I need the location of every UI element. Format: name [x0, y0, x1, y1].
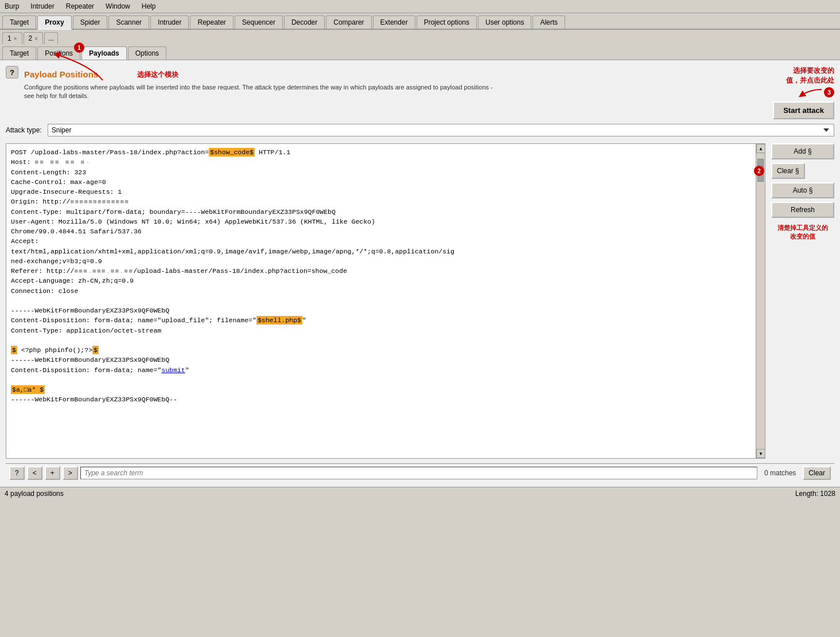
inner-tab-bar: Target Positions 1 Payloads Options [0, 44, 840, 60]
menu-help[interactable]: Help [139, 1, 158, 11]
vertical-scrollbar[interactable]: ▲ ▼ [756, 144, 765, 458]
top-tab-bar: Target Proxy Spider Scanner Intruder Rep… [0, 13, 840, 30]
payload-count: 4 payload positions [5, 490, 64, 498]
refresh-button[interactable]: Refresh [771, 202, 834, 218]
close-session-2-icon[interactable]: × [34, 36, 38, 42]
description-text: Configure the positions where payloads w… [24, 83, 518, 101]
attack-type-select[interactable]: Sniper Battering ram Pitchfork Cluster b… [48, 124, 834, 136]
start-attack-area: 选择要改变的 值，并点击此处 3 [767, 66, 834, 119]
request-text[interactable]: POST /upload-labs-master/Pass-18/index.p… [6, 144, 756, 458]
session-tab-more[interactable]: ... [44, 32, 58, 44]
inner-tab-positions[interactable]: Positions 1 [37, 46, 80, 60]
tab-comparer[interactable]: Comparer [326, 15, 371, 29]
search-input[interactable] [80, 467, 757, 479]
main-content: ? Payload Positions [0, 60, 840, 487]
badge-1: 1 [74, 42, 84, 53]
length-info: Length: 1028 [795, 490, 835, 498]
annotation-2-text: 清楚掉工具定义的 改变的值 [771, 224, 834, 241]
annotation-1-text: 选择这个模块 [137, 70, 178, 80]
add-match-button[interactable]: + [45, 466, 60, 480]
tab-repeater[interactable]: Repeater [190, 15, 233, 29]
badge-2: 2 [754, 166, 764, 176]
session-tab-2[interactable]: 2 × [24, 32, 44, 44]
tab-intruder[interactable]: Intruder [150, 15, 189, 29]
payload-panel: ? Payload Positions [0, 60, 840, 487]
attack-type-label: Attack type: [6, 126, 42, 134]
scroll-up-arrow[interactable]: ▲ [756, 144, 765, 153]
add-section-button[interactable]: Add § [771, 143, 834, 159]
clear-search-button[interactable]: Clear [803, 466, 831, 480]
menu-bar: Burp Intruder Repeater Window Help [0, 0, 840, 13]
session-tab-bar: 1 × 2 × ... [0, 30, 840, 44]
attack-type-row: Attack type: Sniper Battering ram Pitchf… [6, 124, 834, 139]
annotation-3-text: 选择要改变的 值，并点击此处 3 [786, 66, 834, 98]
annotation-1-container: 选择这个模块 [103, 66, 178, 83]
tab-alerts[interactable]: Alerts [532, 15, 565, 29]
match-count: 0 matches [760, 469, 800, 477]
scroll-down-arrow[interactable]: ▼ [756, 449, 765, 458]
panel-header: ? Payload Positions [6, 66, 834, 119]
menu-intruder[interactable]: Intruder [28, 1, 56, 11]
tab-user-options[interactable]: User options [478, 15, 531, 29]
next-match-button[interactable]: > [63, 466, 78, 480]
arrow-3-icon [799, 87, 822, 98]
prev-match-button[interactable]: < [27, 466, 42, 480]
auto-section-button[interactable]: Auto § [771, 182, 834, 198]
panel-left: ? Payload Positions [6, 66, 767, 101]
payload-positions-title: Payload Positions [24, 69, 98, 79]
start-attack-button[interactable]: Start attack [773, 101, 834, 119]
help-icon[interactable]: ? [6, 66, 18, 79]
bottom-search-bar: ? < + > 0 matches Clear [6, 463, 834, 482]
menu-repeater[interactable]: Repeater [64, 1, 96, 11]
tab-spider[interactable]: Spider [73, 15, 108, 29]
tab-target[interactable]: Target [2, 15, 36, 29]
clear-section-button[interactable]: Clear § [771, 163, 805, 179]
tab-proxy[interactable]: Proxy [37, 15, 71, 30]
scroll-track [756, 153, 765, 449]
inner-tab-payloads[interactable]: Payloads [81, 46, 127, 60]
badge-3: 3 [824, 87, 834, 97]
session-tab-1[interactable]: 1 × [2, 32, 22, 44]
tab-scanner[interactable]: Scanner [108, 15, 149, 29]
tab-project-options[interactable]: Project options [417, 15, 477, 29]
panel-title-area: Payload Positions 选择 [24, 66, 767, 101]
help-button[interactable]: ? [9, 466, 25, 480]
arrow-1-icon [103, 66, 137, 83]
clear-section-area: 2 Clear § [771, 163, 834, 179]
menu-burp[interactable]: Burp [2, 1, 21, 11]
request-editor: POST /upload-labs-master/Pass-18/index.p… [6, 143, 765, 459]
close-session-1-icon[interactable]: × [14, 36, 17, 42]
status-bar: 4 payload positions Length: 1028 [0, 487, 840, 500]
right-buttons-panel: Add § 2 Clear § Auto § Refresh 清楚掉工具定义的 … [765, 143, 834, 459]
tab-sequencer[interactable]: Sequencer [235, 15, 283, 29]
tab-decoder[interactable]: Decoder [284, 15, 325, 29]
inner-tab-target[interactable]: Target [2, 46, 36, 60]
content-area: POST /upload-labs-master/Pass-18/index.p… [6, 143, 834, 459]
tab-extender[interactable]: Extender [373, 15, 415, 29]
menu-window[interactable]: Window [103, 1, 133, 11]
inner-tab-options[interactable]: Options [128, 46, 166, 60]
